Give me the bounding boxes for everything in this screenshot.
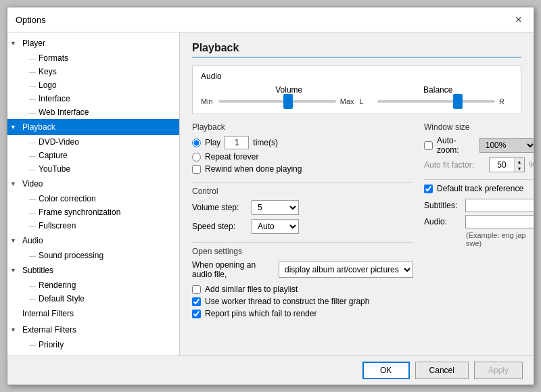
- divider2: [192, 242, 413, 243]
- ok-button[interactable]: OK: [362, 362, 410, 379]
- sidebar-item-capture[interactable]: Capture: [7, 149, 179, 162]
- sidebar-item-formats[interactable]: Formats: [7, 51, 179, 65]
- sidebar: ▼ Player Formats Keys Logo Interface Web…: [7, 32, 180, 356]
- pct-label: %: [529, 160, 534, 170]
- audio-input-row: Audio:: [424, 215, 534, 228]
- sidebar-item-default-style[interactable]: Default Style: [7, 292, 179, 305]
- rewind-row: Rewind when done playing: [192, 164, 413, 174]
- autozoom-checkbox[interactable]: [424, 141, 433, 150]
- sidebar-item-internal-filters[interactable]: ▼ Internal Filters: [7, 305, 179, 322]
- title-bar: Options ✕: [7, 7, 534, 32]
- sidebar-item-video[interactable]: ▼ Video: [7, 176, 179, 192]
- play-label: Play: [205, 138, 220, 147]
- report-pins-checkbox[interactable]: [192, 310, 201, 318]
- autozoom-select[interactable]: 100% 50% 75% 200%: [479, 138, 534, 153]
- sidebar-item-label: Video: [21, 179, 177, 189]
- balance-r-label: R: [499, 97, 513, 105]
- expand-icon: ▼: [10, 326, 21, 333]
- play-times-input[interactable]: [225, 136, 249, 149]
- expand-icon: ▼: [10, 267, 21, 274]
- speed-step-select[interactable]: Auto 0.1 0.5 1.0: [252, 219, 299, 234]
- sidebar-item-rendering[interactable]: Rendering: [7, 278, 179, 292]
- playback-group: Playback Play time(s) Repeat forever: [192, 122, 413, 174]
- spinner-up-button[interactable]: ▲: [515, 158, 524, 165]
- play-radio[interactable]: [192, 139, 201, 147]
- play-row: Play time(s): [192, 136, 413, 149]
- control-group: Control Volume step: 5 1 2 10 Speed ste: [192, 187, 413, 234]
- panel-title: Playback: [192, 42, 521, 57]
- main-panel: Playback Audio Volume Balance Min Max L: [180, 32, 534, 356]
- sidebar-item-sound-processing[interactable]: Sound processing: [7, 249, 179, 262]
- autozoom-row: Auto-zoom: 100% 50% 75% 200%: [424, 136, 534, 155]
- repeat-row: Repeat forever: [192, 152, 413, 162]
- sidebar-item-logo[interactable]: Logo: [7, 78, 179, 92]
- slider-headers: Volume Balance: [201, 85, 513, 95]
- default-track-row: Default track preference: [424, 184, 534, 193]
- open-settings-select[interactable]: display album art/cover pictures do noth…: [279, 262, 413, 278]
- sidebar-item-color-correction[interactable]: Color correction: [7, 192, 179, 205]
- volume-header: Volume: [201, 85, 364, 95]
- default-track-label: Default track preference: [437, 184, 523, 193]
- sidebar-item-audio[interactable]: ▼ Audio: [7, 232, 179, 249]
- sidebar-item-playback[interactable]: ▼ Playback: [7, 119, 179, 135]
- apply-button[interactable]: Apply: [474, 362, 523, 379]
- volume-min-label: Min: [201, 97, 214, 105]
- two-col-layout: Playback Play time(s) Repeat forever: [192, 122, 521, 324]
- sidebar-item-external-filters[interactable]: ▼ External Filters: [7, 322, 179, 338]
- sidebar-item-player[interactable]: ▼ Player: [7, 35, 179, 51]
- add-similar-checkbox[interactable]: [192, 285, 201, 294]
- expand-icon: ▼: [10, 40, 21, 47]
- sidebar-item-fullscreen[interactable]: Fullscreen: [7, 219, 179, 232]
- window-size-title: Window size: [424, 122, 534, 132]
- spinner-down-button[interactable]: ▼: [515, 165, 524, 172]
- balance-slider-container: L R: [360, 97, 513, 105]
- report-pins-row: Report pins which fail to render: [192, 309, 413, 318]
- content-area: ▼ Player Formats Keys Logo Interface Web…: [7, 32, 534, 356]
- options-dialog: Options ✕ ▼ Player Formats Keys Logo Int…: [7, 7, 534, 385]
- open-settings-group: Open settings When opening an audio file…: [192, 247, 413, 279]
- sidebar-item-youtube[interactable]: YouTube: [7, 162, 179, 176]
- right-column: Window size Auto-zoom: 100% 50% 75% 200%: [424, 122, 534, 324]
- example-text: (Example: eng jap swe): [466, 231, 534, 247]
- speed-step-row: Speed step: Auto 0.1 0.5 1.0: [192, 219, 413, 234]
- rewind-checkbox[interactable]: [192, 165, 201, 174]
- use-worker-row: Use worker thread to construct the filte…: [192, 297, 413, 306]
- balance-l-label: L: [360, 97, 373, 105]
- spinner-buttons: ▲ ▼: [514, 158, 524, 172]
- sidebar-item-web-interface[interactable]: Web Interface: [7, 105, 179, 119]
- repeat-radio[interactable]: [192, 153, 201, 162]
- sidebar-item-subtitles[interactable]: ▼ Subtitles: [7, 262, 179, 278]
- sidebar-item-label: Player: [21, 39, 177, 48]
- repeat-label: Repeat forever: [205, 152, 258, 162]
- volume-slider-container: Min Max: [201, 97, 354, 105]
- balance-slider[interactable]: [377, 100, 496, 103]
- default-track-checkbox[interactable]: [424, 185, 433, 193]
- audio-slider-area: Audio Volume Balance Min Max L R: [192, 66, 521, 114]
- audio-section-label: Audio: [201, 72, 513, 81]
- slider-row: Min Max L R: [201, 97, 513, 105]
- sidebar-item-interface[interactable]: Interface: [7, 92, 179, 105]
- sidebar-item-keys[interactable]: Keys: [7, 65, 179, 78]
- sidebar-item-frame-sync[interactable]: Frame synchronization: [7, 205, 179, 219]
- volume-step-row: Volume step: 5 1 2 10: [192, 200, 413, 215]
- audio-label: Audio:: [424, 217, 461, 226]
- autofit-input[interactable]: [490, 159, 514, 171]
- volume-slider[interactable]: [218, 100, 336, 103]
- subtitles-input[interactable]: [465, 199, 534, 212]
- use-worker-checkbox[interactable]: [192, 297, 201, 306]
- report-pins-label: Report pins which fail to render: [205, 309, 316, 318]
- sidebar-item-label: Playback: [21, 122, 177, 132]
- open-settings-desc: When opening an audio file,: [192, 260, 273, 279]
- dialog-footer: OK Cancel Apply: [7, 356, 534, 385]
- audio-input[interactable]: [465, 215, 534, 228]
- volume-max-label: Max: [340, 97, 354, 105]
- window-size-section: Window size Auto-zoom: 100% 50% 75% 200%: [424, 122, 534, 172]
- bottom-checkboxes: Add similar files to playlist Use worker…: [192, 285, 413, 318]
- sidebar-item-dvd-video[interactable]: DVD-Video: [7, 135, 179, 149]
- sidebar-item-priority[interactable]: Priority: [7, 338, 179, 351]
- volume-step-select[interactable]: 5 1 2 10: [252, 200, 299, 215]
- volume-step-label: Volume step:: [192, 203, 246, 212]
- close-button[interactable]: ✕: [512, 13, 525, 26]
- cancel-button[interactable]: Cancel: [415, 362, 469, 379]
- expand-icon: ▼: [10, 124, 21, 130]
